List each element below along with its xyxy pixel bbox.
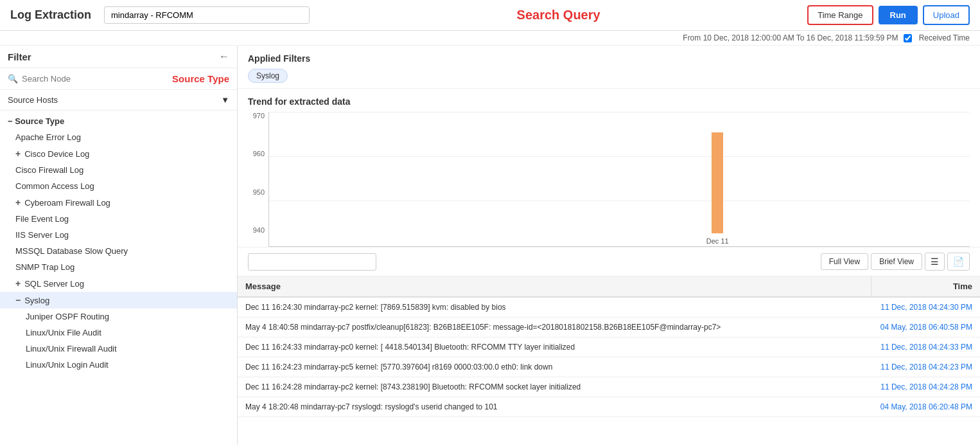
- th-time: Time: [871, 276, 980, 297]
- linux-unix-firewall-audit-label: Linux/Unix Firewall Audit: [26, 344, 117, 354]
- main-layout: Filter ← 🔍 Source Type Source Hosts ▼ − …: [0, 46, 980, 445]
- table-cell-time: 11 Dec, 2018 04:24:33 PM: [871, 337, 980, 357]
- table-cell-message: May 4 18:20:48 mindarray-pc7 rsyslogd: r…: [238, 397, 871, 417]
- y-label-960: 960: [248, 150, 265, 157]
- sidebar-header: Filter ←: [0, 46, 237, 68]
- tree-item-cisco-firewall-log[interactable]: Cisco Firewall Log: [0, 162, 237, 178]
- time-range-text: From 10 Dec, 2018 12:00:00 AM To 16 Dec,…: [683, 33, 898, 42]
- expand-icon: +: [15, 148, 21, 159]
- run-button[interactable]: Run: [879, 6, 918, 24]
- table-cell-time: 11 Dec, 2018 04:24:30 PM: [871, 297, 980, 318]
- table-cell-message: Dec 11 16:24:23 mindarray-pc5 kernel: [5…: [238, 357, 871, 377]
- chart-area: 970 960 950 940 Dec 11: [248, 112, 970, 247]
- collapse-icon: −: [15, 295, 21, 305]
- received-time-checkbox[interactable]: [904, 34, 912, 42]
- linux-unix-file-audit-label: Linux/Unix File Audit: [26, 328, 101, 337]
- mssql-slow-query-label: MSSQL Database Slow Query: [15, 246, 128, 256]
- y-label-950: 950: [248, 188, 265, 196]
- tree-item-snmp-trap-log[interactable]: SNMP Trap Log: [0, 259, 237, 275]
- applied-filters-section: Applied Filters Syslog: [238, 46, 980, 89]
- expand-icon: +: [15, 278, 21, 289]
- table-cell-time: 11 Dec, 2018 04:24:23 PM: [871, 357, 980, 377]
- search-input-container: [104, 6, 310, 24]
- search-input[interactable]: [104, 6, 310, 24]
- th-message: Message: [238, 276, 871, 297]
- tree-item-cisco-device-log[interactable]: + Cisco Device Log: [0, 145, 237, 162]
- tree-item-linux-unix-file-audit[interactable]: Linux/Unix File Audit: [0, 325, 237, 341]
- table-row: May 4 18:40:58 mindarray-pc7 postfix/cle…: [238, 318, 980, 337]
- chart-y-axis: 970 960 950 940: [248, 112, 268, 247]
- export-icon-button[interactable]: 📄: [947, 253, 970, 271]
- results-section: Full View Brief View ☰ 📄 Message Time De: [238, 247, 980, 445]
- source-hosts-label: Source Hosts: [8, 95, 58, 105]
- header-actions: Time Range Run Upload: [807, 5, 970, 25]
- table-cell-time: 04 May, 2018 06:20:48 PM: [871, 397, 980, 417]
- y-label-970: 970: [248, 112, 265, 120]
- common-access-log-label: Common Access Log: [15, 181, 94, 191]
- search-node-input[interactable]: [22, 74, 168, 84]
- table-cell-message: May 4 18:40:58 mindarray-pc7 postfix/cle…: [238, 318, 871, 337]
- results-view-buttons: Full View Brief View ☰ 📄: [821, 253, 970, 271]
- results-search-input[interactable]: [248, 253, 376, 271]
- cisco-firewall-log-label: Cisco Firewall Log: [15, 165, 83, 175]
- file-event-log-label: File Event Log: [15, 214, 69, 224]
- table-cell-message: Dec 11 16:24:28 mindarray-pc2 kernel: [8…: [238, 377, 871, 397]
- table-cell-message: Dec 11 16:24:30 mindarray-pc2 kernel: [7…: [238, 297, 871, 318]
- received-time-label: Received Time: [919, 33, 970, 42]
- table-row: Dec 11 16:24:23 mindarray-pc5 kernel: [5…: [238, 357, 980, 377]
- search-node-container: 🔍 Source Type: [0, 68, 237, 90]
- main-content: Applied Filters Syslog Trend for extract…: [238, 46, 980, 445]
- source-type-label: Source Type: [172, 73, 229, 84]
- tree-item-file-event-log[interactable]: File Event Log: [0, 211, 237, 227]
- table-cell-time: 04 May, 2018 06:40:58 PM: [871, 318, 980, 337]
- app-title: Log Extraction: [10, 8, 91, 22]
- chart-x-label-dec11: Dec 11: [706, 237, 729, 245]
- table-row: Dec 11 16:24:30 mindarray-pc2 kernel: [7…: [238, 297, 980, 318]
- juniper-ospf-label: Juniper OSPF Routing: [26, 312, 109, 321]
- tree-item-apache-error-log[interactable]: Apache Error Log: [0, 129, 237, 145]
- tree-item-cyberoam-firewall-log[interactable]: + Cyberoam Firewall Log: [0, 194, 237, 211]
- time-range-button[interactable]: Time Range: [807, 5, 873, 25]
- cisco-device-log-label: Cisco Device Log: [24, 149, 89, 159]
- gridline-33: [269, 156, 970, 157]
- chart-section: Trend for extracted data 970 960 950 940: [238, 89, 980, 247]
- tree-item-linux-unix-login-audit[interactable]: Linux/Unix Login Audit: [0, 357, 237, 373]
- sql-server-log-label: SQL Server Log: [24, 279, 84, 289]
- cyberoam-firewall-log-label: Cyberoam Firewall Log: [24, 198, 110, 208]
- syslog-label: Syslog: [24, 296, 49, 305]
- source-hosts-dropdown[interactable]: Source Hosts ▼: [0, 90, 237, 111]
- chart-title: Trend for extracted data: [248, 96, 970, 107]
- apache-error-log-label: Apache Error Log: [15, 132, 81, 142]
- upload-button[interactable]: Upload: [923, 5, 970, 25]
- header: Log Extraction Search Query Time Range R…: [0, 0, 980, 31]
- search-query-label: Search Query: [310, 8, 807, 22]
- linux-unix-login-audit-label: Linux/Unix Login Audit: [26, 360, 109, 370]
- results-table: Message Time Dec 11 16:24:30 mindarray-p…: [238, 276, 980, 445]
- source-type-header-label: − Source Type: [8, 116, 64, 126]
- table-row: May 4 18:20:48 mindarray-pc7 rsyslogd: r…: [238, 397, 980, 417]
- snmp-trap-log-label: SNMP Trap Log: [15, 262, 74, 272]
- tree-item-linux-unix-firewall-audit[interactable]: Linux/Unix Firewall Audit: [0, 341, 237, 357]
- tree-item-iis-server-log[interactable]: IIS Server Log: [0, 227, 237, 243]
- table-header-row: Message Time: [238, 276, 980, 297]
- source-type-header[interactable]: − Source Type: [0, 113, 237, 129]
- results-toolbar: Full View Brief View ☰ 📄: [238, 247, 980, 276]
- full-view-button[interactable]: Full View: [821, 253, 868, 270]
- filter-badge[interactable]: Syslog: [248, 69, 288, 83]
- sidebar-close-button[interactable]: ←: [219, 51, 229, 62]
- iis-server-log-label: IIS Server Log: [15, 230, 69, 240]
- brief-view-button[interactable]: Brief View: [871, 253, 922, 270]
- gridline-top: [269, 112, 970, 112]
- table-cell-time: 11 Dec, 2018 04:24:28 PM: [871, 377, 980, 397]
- chart-bar-dec11: [712, 132, 723, 233]
- tree-item-sql-server-log[interactable]: + SQL Server Log: [0, 275, 237, 292]
- table-row: Dec 11 16:24:33 mindarray-pc0 kernel: [ …: [238, 337, 980, 357]
- tree-item-juniper-ospf[interactable]: Juniper OSPF Routing: [0, 309, 237, 325]
- tree-item-common-access-log[interactable]: Common Access Log: [0, 178, 237, 194]
- expand-icon: +: [15, 197, 21, 208]
- tree-item-mssql-slow-query[interactable]: MSSQL Database Slow Query: [0, 243, 237, 259]
- y-label-940: 940: [248, 226, 265, 234]
- table-row: Dec 11 16:24:28 mindarray-pc2 kernel: [8…: [238, 377, 980, 397]
- tree-item-syslog[interactable]: − Syslog: [0, 292, 237, 309]
- columns-icon-button[interactable]: ☰: [925, 253, 945, 271]
